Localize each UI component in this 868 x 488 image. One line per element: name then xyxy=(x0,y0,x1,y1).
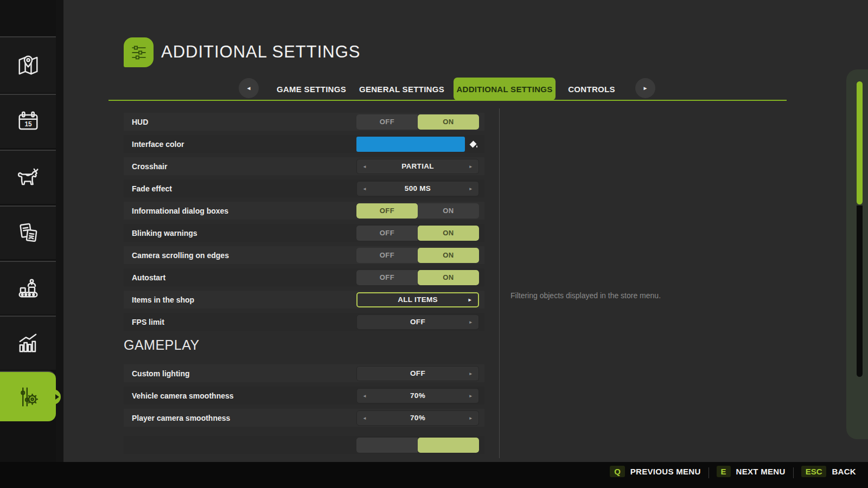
toggle-on-button[interactable]: ON xyxy=(418,203,479,219)
back-label: BACK xyxy=(832,467,856,476)
game-settings-screen: 15 xyxy=(0,0,868,488)
setting-label: Custom lighting xyxy=(124,369,190,378)
sidebar-item-contracts[interactable] xyxy=(0,206,56,259)
autostart-toggle[interactable]: OFF ON xyxy=(356,270,479,285)
setting-label: Crosshair xyxy=(124,162,167,171)
calendar-icon: 15 xyxy=(14,107,42,136)
toggle-off-button[interactable]: OFF xyxy=(356,226,418,241)
items-in-shop-select[interactable]: ALL ITEMS ► xyxy=(356,292,479,307)
tabs-next-button[interactable]: ► xyxy=(635,78,655,98)
previous-menu-label: PREVIOUS MENU xyxy=(630,467,701,476)
arrow-right-icon[interactable]: ► xyxy=(469,415,473,420)
stepper-value: 70% xyxy=(410,391,425,400)
select-value: OFF xyxy=(410,318,425,326)
setting-row-items-in-shop: Items in the shop ALL ITEMS ► xyxy=(124,291,484,309)
tabs-prev-button[interactable]: ◄ xyxy=(239,78,259,98)
scrollbar-track[interactable] xyxy=(857,206,863,377)
player-camera-stepper[interactable]: ◄ 70% ► xyxy=(356,410,479,426)
tab-game-settings[interactable]: GAME SETTINGS xyxy=(271,78,352,100)
toggle-off-button[interactable]: OFF xyxy=(356,203,418,219)
toggle-on-button[interactable]: ON xyxy=(418,248,479,263)
arrow-right-icon[interactable]: ► xyxy=(469,393,473,398)
setting-label: FPS limit xyxy=(124,318,164,326)
setting-label: HUD xyxy=(124,118,148,126)
settings-list: HUD OFF ON Interface color Crosshair ◄ P… xyxy=(124,113,484,458)
scrollbar-thumb[interactable] xyxy=(857,81,863,204)
vehicle-camera-stepper[interactable]: ◄ 70% ► xyxy=(356,388,479,403)
setting-label: Blinking warnings xyxy=(124,229,197,237)
setting-description: Filtering objects displayed in the store… xyxy=(510,291,661,300)
arrow-right-icon: ► xyxy=(643,85,648,91)
paint-bucket-icon[interactable] xyxy=(467,138,479,150)
custom-lighting-select[interactable]: OFF ► xyxy=(356,366,479,381)
setting-label: Vehicle camera smoothness xyxy=(124,391,234,400)
toggle-off-button[interactable]: OFF xyxy=(356,114,418,130)
arrow-right-icon[interactable]: ► xyxy=(468,297,473,303)
stepper-value: 70% xyxy=(410,414,425,422)
setting-row-fade-effect: Fade effect ◄ 500 MS ► xyxy=(124,179,484,197)
next-menu-button[interactable]: E NEXT MENU xyxy=(717,466,786,477)
setting-label: Autostart xyxy=(124,273,165,282)
sidebar-item-map[interactable] xyxy=(0,36,56,93)
panel-divider xyxy=(499,108,500,458)
bottom-bar-divider xyxy=(793,467,794,478)
tab-general-settings[interactable]: GENERAL SETTINGS xyxy=(357,78,446,100)
arrow-right-icon[interactable]: ► xyxy=(469,371,473,376)
sidebar: 15 xyxy=(0,0,56,462)
arrow-left-icon[interactable]: ◄ xyxy=(362,164,367,169)
contracts-icon xyxy=(14,219,42,247)
map-icon xyxy=(14,51,42,79)
toggle-on-button[interactable]: ON xyxy=(418,226,479,241)
tab-controls[interactable]: CONTROLS xyxy=(564,78,619,100)
sidebar-item-animals[interactable] xyxy=(0,150,56,204)
production-icon xyxy=(14,274,42,303)
fade-effect-stepper[interactable]: ◄ 500 MS ► xyxy=(356,181,479,196)
hud-toggle[interactable]: OFF ON xyxy=(356,114,479,130)
interface-color-swatch[interactable] xyxy=(356,137,465,152)
arrow-left-icon[interactable]: ◄ xyxy=(362,393,367,398)
clipped-toggle[interactable] xyxy=(356,438,479,453)
sidebar-item-calendar[interactable]: 15 xyxy=(0,94,56,148)
page-title: ADDITIONAL SETTINGS xyxy=(161,42,361,62)
arrow-right-icon[interactable]: ► xyxy=(469,164,473,169)
toggle-off-button[interactable]: OFF xyxy=(356,248,418,263)
tabs-underline xyxy=(108,100,787,101)
toggle-on-button[interactable] xyxy=(418,438,479,453)
back-button[interactable]: ESC BACK xyxy=(801,466,856,477)
sliders-icon xyxy=(128,42,150,63)
setting-row-player-camera: Player camera smoothness ◄ 70% ► xyxy=(124,409,484,427)
crosshair-stepper[interactable]: ◄ PARTIAL ► xyxy=(356,159,479,174)
toggle-off-button[interactable]: OFF xyxy=(356,270,418,285)
key-hint-esc: ESC xyxy=(801,466,827,477)
arrow-right-icon[interactable]: ► xyxy=(469,186,473,191)
setting-label: Items in the shop xyxy=(124,296,194,304)
fps-limit-select[interactable]: OFF ► xyxy=(356,314,479,330)
toggle-on-button[interactable]: ON xyxy=(418,270,479,285)
setting-row-fps-limit: FPS limit OFF ► xyxy=(124,313,484,331)
setting-label: Interface color xyxy=(124,140,184,149)
arrow-left-icon[interactable]: ◄ xyxy=(362,186,367,191)
previous-menu-button[interactable]: Q PREVIOUS MENU xyxy=(610,466,700,477)
active-item-arrow-icon xyxy=(55,394,59,400)
camera-scrolling-toggle[interactable]: OFF ON xyxy=(356,248,479,263)
arrow-left-icon[interactable]: ◄ xyxy=(362,415,367,420)
info-dialogs-toggle[interactable]: OFF ON xyxy=(356,203,479,219)
setting-row-autostart: Autostart OFF ON xyxy=(124,268,484,286)
key-hint-q: Q xyxy=(610,466,625,477)
next-menu-label: NEXT MENU xyxy=(736,467,786,476)
interface-color-control xyxy=(356,137,479,152)
sidebar-item-statistics[interactable] xyxy=(0,316,56,370)
calendar-day: 15 xyxy=(24,120,32,128)
toggle-off-button[interactable] xyxy=(356,438,418,453)
blinking-warnings-toggle[interactable]: OFF ON xyxy=(356,226,479,241)
setting-label: Informational dialog boxes xyxy=(124,207,228,215)
toggle-on-button[interactable]: ON xyxy=(418,114,479,130)
key-hint-e: E xyxy=(717,466,731,477)
sidebar-item-production[interactable] xyxy=(0,261,56,314)
tab-additional-settings[interactable]: ADDITIONAL SETTINGS xyxy=(454,78,556,100)
cow-icon xyxy=(14,163,42,191)
sidebar-item-settings[interactable] xyxy=(0,371,56,421)
setting-row-hud: HUD OFF ON xyxy=(124,113,484,131)
arrow-right-icon[interactable]: ► xyxy=(469,319,473,324)
page-icon-settings xyxy=(124,37,154,67)
